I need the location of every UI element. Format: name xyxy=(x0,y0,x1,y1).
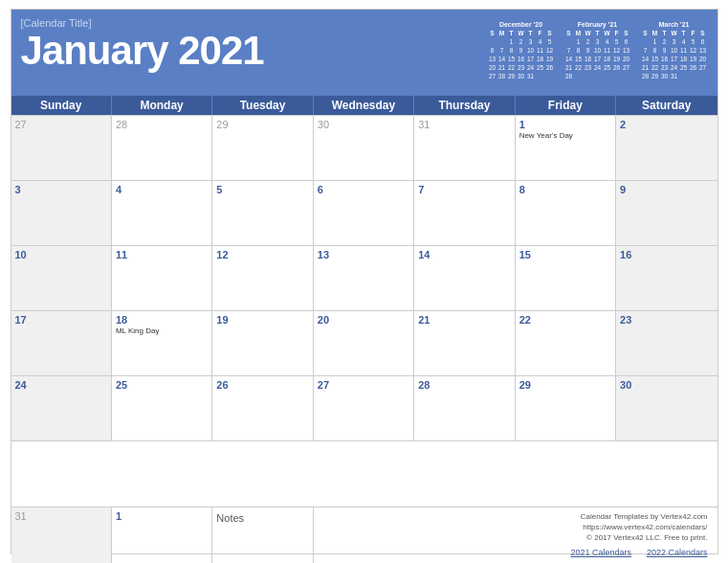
calendar-container: [Calendar Title] January 2021 December '… xyxy=(11,9,718,554)
day-num-5: 1 xyxy=(519,119,611,130)
cal-cell-21: 17 xyxy=(11,311,112,376)
cal-cell-8: 4 xyxy=(112,181,212,246)
day-saturday: Saturday xyxy=(616,96,717,115)
day-num-32: 28 xyxy=(418,379,510,391)
link-2021[interactable]: 2021 Calendars xyxy=(570,548,631,557)
branding-line2: https://www.vertex42.com/calendars/ xyxy=(581,522,708,532)
day-num-26: 22 xyxy=(519,314,611,326)
mini-cal-march-title: March '21 xyxy=(641,21,708,28)
event-label-22: ML King Day xyxy=(116,327,208,335)
day-num-1: 28 xyxy=(116,119,208,130)
day-num-22: 18 xyxy=(116,314,208,326)
cal-cell-7: 3 xyxy=(11,181,112,246)
day-num-4: 31 xyxy=(418,119,510,130)
branding-line3: © 2017 Vertex42 LLC. Free to print. xyxy=(581,532,708,543)
cal-cell-1: 28 xyxy=(112,116,212,181)
day-num-11: 7 xyxy=(418,184,510,195)
year-label: 2021 xyxy=(178,28,263,73)
cal-cell-32: 28 xyxy=(414,376,515,441)
header-left: [Calendar Title] January 2021 xyxy=(21,17,264,71)
day-tuesday: Tuesday xyxy=(212,96,313,115)
days-header: Sunday Monday Tuesday Wednesday Thursday… xyxy=(11,96,717,115)
branding-line1: Calendar Templates by Vertex42.com xyxy=(581,511,708,522)
day-num-33: 29 xyxy=(519,379,611,391)
mini-cal-december: December '20 SMTWTFS 12345 6789101112 13… xyxy=(488,21,555,80)
footer-cell-31: 31 xyxy=(11,507,112,563)
day-num-6: 2 xyxy=(620,119,713,130)
cal-cell-16: 12 xyxy=(212,246,313,311)
calendar-header: [Calendar Title] January 2021 December '… xyxy=(11,10,717,96)
cal-cell-20: 16 xyxy=(616,246,717,311)
day-monday: Monday xyxy=(112,96,212,115)
day-num-30: 26 xyxy=(216,379,308,391)
month-label: January xyxy=(21,28,168,73)
cal-cell-2: 29 xyxy=(212,116,313,181)
link-2022[interactable]: 2022 Calendars xyxy=(647,548,708,557)
month-year: January 2021 xyxy=(21,31,264,71)
day-num-27: 23 xyxy=(620,314,713,326)
footer-day-31: 31 xyxy=(15,510,107,522)
day-sunday: Sunday xyxy=(11,96,112,115)
day-num-21: 17 xyxy=(15,314,107,326)
footer-notes: Notes xyxy=(212,507,313,563)
cal-cell-26: 22 xyxy=(516,311,616,376)
notes-label: Notes xyxy=(216,512,308,524)
cal-cell-19: 15 xyxy=(516,246,616,311)
day-num-25: 21 xyxy=(418,314,510,326)
day-num-12: 8 xyxy=(519,184,611,195)
day-num-24: 20 xyxy=(318,314,409,326)
day-num-10: 6 xyxy=(318,184,409,195)
cal-cell-5: 1New Year's Day xyxy=(516,116,616,181)
day-num-2: 29 xyxy=(216,119,308,130)
mini-cal-february-title: February '21 xyxy=(564,21,631,28)
cal-cell-27: 23 xyxy=(616,311,717,376)
cal-cell-18: 14 xyxy=(414,246,515,311)
footer-branding: Calendar Templates by Vertex42.com https… xyxy=(314,507,717,563)
cal-cell-10: 6 xyxy=(314,181,414,246)
cal-cell-28: 24 xyxy=(11,376,112,441)
day-num-13: 9 xyxy=(620,184,713,195)
mini-cal-december-title: December '20 xyxy=(488,21,555,28)
day-num-20: 16 xyxy=(620,249,713,260)
day-num-19: 15 xyxy=(519,249,611,260)
day-num-29: 25 xyxy=(116,379,208,391)
cal-cell-6: 2 xyxy=(616,116,717,181)
cal-cell-30: 26 xyxy=(212,376,313,441)
cal-cell-24: 20 xyxy=(314,311,414,376)
day-num-3: 30 xyxy=(318,119,409,130)
mini-cal-february: February '21 SMWTWFS 123456 78910111213 … xyxy=(564,21,631,80)
day-num-16: 12 xyxy=(216,249,308,260)
day-num-18: 14 xyxy=(418,249,510,260)
day-num-0: 27 xyxy=(15,119,107,130)
cal-cell-0: 27 xyxy=(11,116,112,181)
branding-text: Calendar Templates by Vertex42.com https… xyxy=(581,511,708,544)
day-wednesday: Wednesday xyxy=(314,96,414,115)
cal-cell-4: 31 xyxy=(414,116,515,181)
day-num-31: 27 xyxy=(318,379,409,391)
cal-cell-14: 10 xyxy=(11,246,112,311)
day-num-23: 19 xyxy=(216,314,308,326)
mini-cal-march: March '21 SMTWTFS 123456 78910111213 141… xyxy=(641,21,708,80)
footer-cell-1: 1 xyxy=(112,507,212,563)
cal-cell-9: 5 xyxy=(212,181,313,246)
day-num-9: 5 xyxy=(216,184,308,195)
cal-cell-34: 30 xyxy=(616,376,717,441)
cal-cell-11: 7 xyxy=(414,181,515,246)
cal-cell-33: 29 xyxy=(516,376,616,441)
cal-cell-12: 8 xyxy=(516,181,616,246)
day-num-7: 3 xyxy=(15,184,107,195)
cal-cell-29: 25 xyxy=(112,376,212,441)
day-friday: Friday xyxy=(516,96,616,115)
branding-links: 2021 Calendars 2022 Calendars xyxy=(570,548,707,557)
footer-day-1: 1 xyxy=(116,510,208,522)
cal-cell-25: 21 xyxy=(414,311,515,376)
cal-cell-23: 19 xyxy=(212,311,313,376)
day-num-28: 24 xyxy=(15,379,107,391)
event-label-5: New Year's Day xyxy=(519,131,611,140)
day-num-15: 11 xyxy=(116,249,208,260)
day-num-14: 10 xyxy=(15,249,107,260)
cal-cell-15: 11 xyxy=(112,246,212,311)
mini-calendars: December '20 SMTWTFS 12345 6789101112 13… xyxy=(488,17,708,80)
cal-cell-17: 13 xyxy=(314,246,414,311)
cal-cell-31: 27 xyxy=(314,376,414,441)
